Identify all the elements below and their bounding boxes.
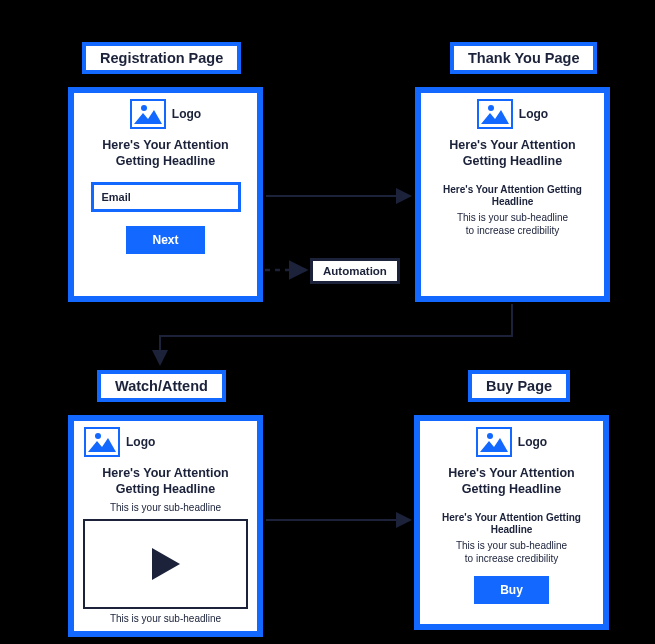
subheadline: This is your sub-headline to increase cr…: [428, 539, 595, 566]
logo-icon: [477, 99, 513, 129]
svg-marker-4: [481, 110, 509, 124]
subheadline: This is your sub-headline to increase cr…: [429, 211, 596, 238]
card-watch: Logo Here's Your Attention Getting Headl…: [68, 415, 263, 637]
logo-row: Logo: [428, 427, 595, 457]
headline: Here's Your Attention Getting Headline: [82, 465, 249, 498]
card-buy: Logo Here's Your Attention Getting Headl…: [414, 415, 609, 630]
logo-icon: [130, 99, 166, 129]
logo-label: Logo: [172, 107, 201, 121]
title-registration: Registration Page: [82, 42, 241, 74]
video-player[interactable]: [83, 519, 248, 609]
svg-marker-3: [134, 110, 162, 124]
email-field[interactable]: Email: [91, 182, 241, 212]
title-buy: Buy Page: [468, 370, 570, 402]
title-watch: Watch/Attend: [97, 370, 226, 402]
logo-icon: [84, 427, 120, 457]
card-registration: Logo Here's Your Attention Getting Headl…: [68, 87, 263, 302]
logo-row: Logo: [82, 427, 249, 457]
logo-row: Logo: [82, 99, 249, 129]
buy-button[interactable]: Buy: [474, 576, 549, 604]
logo-label: Logo: [519, 107, 548, 121]
headline: Here's Your Attention Getting Headline: [82, 137, 249, 170]
play-icon: [152, 548, 180, 580]
subheadline-bottom: This is your sub-headline: [82, 613, 249, 624]
svg-marker-5: [88, 438, 116, 452]
title-thankyou: Thank You Page: [450, 42, 597, 74]
next-button[interactable]: Next: [126, 226, 204, 254]
logo-label: Logo: [126, 435, 155, 449]
card-thankyou: Logo Here's Your Attention Getting Headl…: [415, 87, 610, 302]
svg-marker-6: [480, 438, 508, 452]
subheadline-top: This is your sub-headline: [82, 502, 249, 513]
headline: Here's Your Attention Getting Headline: [428, 465, 595, 498]
funnel-diagram: Registration Page Thank You Page Watch/A…: [0, 0, 655, 644]
logo-row: Logo: [429, 99, 596, 129]
headline2: Here's Your Attention Getting Headline: [429, 184, 596, 209]
logo-icon: [476, 427, 512, 457]
logo-label: Logo: [518, 435, 547, 449]
headline2: Here's Your Attention Getting Headline: [428, 512, 595, 537]
automation-badge: Automation: [310, 258, 400, 284]
headline: Here's Your Attention Getting Headline: [429, 137, 596, 170]
